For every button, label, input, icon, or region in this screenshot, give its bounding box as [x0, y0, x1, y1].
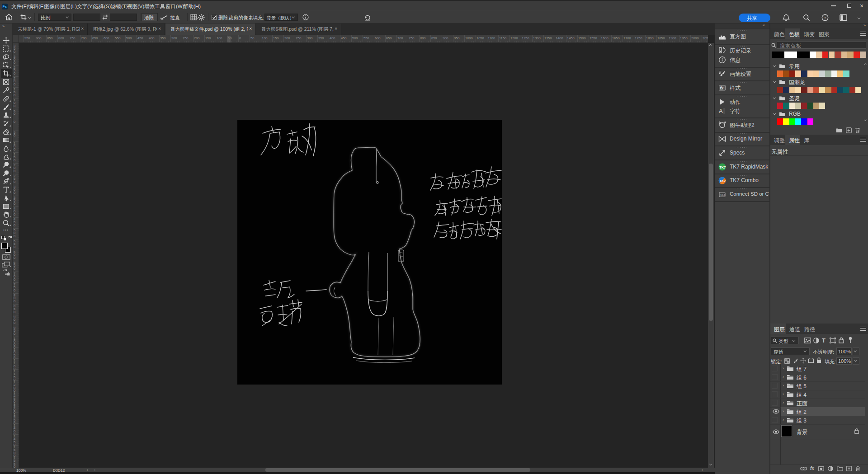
svg-text:A: A [719, 108, 723, 114]
svg-text:USB: USB [720, 193, 726, 196]
svg-text:fx: fx [720, 86, 724, 90]
svg-text:?: ? [824, 15, 826, 20]
svg-text:TK7: TK7 [719, 179, 726, 183]
svg-text:TK7: TK7 [719, 165, 726, 169]
